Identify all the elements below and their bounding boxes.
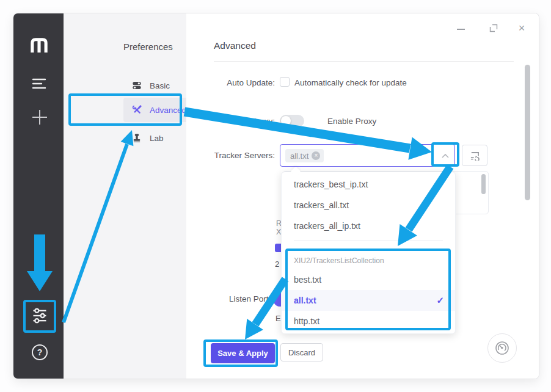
dropdown-option[interactable]: trackers_all.txt bbox=[282, 195, 455, 216]
preferences-icon[interactable] bbox=[30, 306, 49, 325]
dropdown-group-label: XIU2/TrackersListCollection bbox=[282, 252, 455, 269]
auto-update-option-label[interactable]: Automatically check for update bbox=[294, 78, 407, 88]
nav-item-label: Basic bbox=[150, 81, 170, 90]
auto-update-label: Auto Update: bbox=[189, 78, 275, 88]
minimize-icon bbox=[457, 29, 465, 30]
title-divider bbox=[214, 61, 514, 62]
dropdown-option[interactable]: http.txt bbox=[282, 311, 455, 332]
restore-icon bbox=[489, 24, 498, 32]
chevron-up-icon[interactable] bbox=[440, 151, 450, 162]
gauge-icon bbox=[494, 340, 510, 356]
task-list-icon[interactable] bbox=[31, 76, 48, 91]
discard-button[interactable]: Discard bbox=[280, 343, 323, 361]
app-sidebar: ? bbox=[13, 13, 64, 379]
add-task-icon[interactable] bbox=[31, 108, 49, 126]
minimize-button[interactable] bbox=[454, 23, 467, 35]
preferences-title: Preferences bbox=[123, 42, 173, 52]
tag-label: all.txt bbox=[290, 151, 308, 161]
tracker-dropdown: trackers_best_ip.txt trackers_all.txt tr… bbox=[281, 172, 456, 334]
tracker-servers-label: Tracker Servers: bbox=[189, 151, 275, 161]
auto-update-checkbox[interactable] bbox=[280, 77, 290, 87]
nav-item-label: Lab bbox=[150, 134, 164, 143]
toggle-knob bbox=[281, 116, 291, 126]
check-icon: ✓ bbox=[436, 290, 444, 311]
proxy-option-label: Enable Proxy bbox=[327, 117, 376, 126]
selected-tracker-tag: all.txt × bbox=[285, 149, 324, 162]
option-label: all.txt bbox=[294, 296, 316, 305]
dropdown-option[interactable]: trackers_best_ip.txt bbox=[282, 174, 455, 195]
listen-ports-label: Listen Ports: bbox=[189, 294, 275, 304]
lab-stamp-icon bbox=[132, 133, 142, 143]
motrix-logo-icon bbox=[29, 37, 49, 54]
textarea-scrollbar[interactable] bbox=[481, 174, 486, 194]
dropdown-option[interactable]: best.txt bbox=[282, 269, 455, 290]
obscured-text-fragment: E bbox=[276, 314, 281, 323]
proxy-toggle[interactable] bbox=[280, 115, 304, 127]
tag-close-icon[interactable]: × bbox=[312, 151, 320, 160]
preferences-panel: Preferences Basic Advanced Lab bbox=[64, 13, 186, 379]
tracker-servers-select[interactable]: all.txt × bbox=[280, 144, 455, 167]
help-glyph: ? bbox=[37, 347, 43, 357]
tools-icon bbox=[132, 105, 142, 115]
content-scrollbar[interactable] bbox=[525, 65, 530, 200]
toggles-icon bbox=[132, 81, 142, 90]
restore-button[interactable] bbox=[487, 22, 500, 34]
dropdown-divider bbox=[294, 241, 443, 241]
sync-icon bbox=[469, 150, 481, 161]
page-title: Advanced bbox=[214, 40, 256, 51]
close-icon: × bbox=[519, 22, 525, 35]
screenshot-root: ? Preferences Basic Advanced bbox=[0, 0, 551, 392]
help-icon[interactable]: ? bbox=[32, 344, 48, 360]
nav-item-label: Advanced bbox=[150, 106, 186, 115]
speed-gauge-button[interactable] bbox=[487, 333, 517, 363]
dropdown-option[interactable]: trackers_all_ip.txt bbox=[282, 216, 455, 236]
app-window: ? Preferences Basic Advanced bbox=[13, 13, 539, 379]
obscured-text-fragment: 2 bbox=[275, 260, 279, 269]
close-button[interactable]: × bbox=[516, 22, 528, 34]
dropdown-option-selected[interactable]: all.txt ✓ bbox=[282, 290, 455, 311]
save-apply-button[interactable]: Save & Apply bbox=[211, 343, 275, 363]
proxy-label: Proxy: bbox=[189, 117, 275, 126]
update-trackers-button[interactable] bbox=[462, 145, 487, 166]
